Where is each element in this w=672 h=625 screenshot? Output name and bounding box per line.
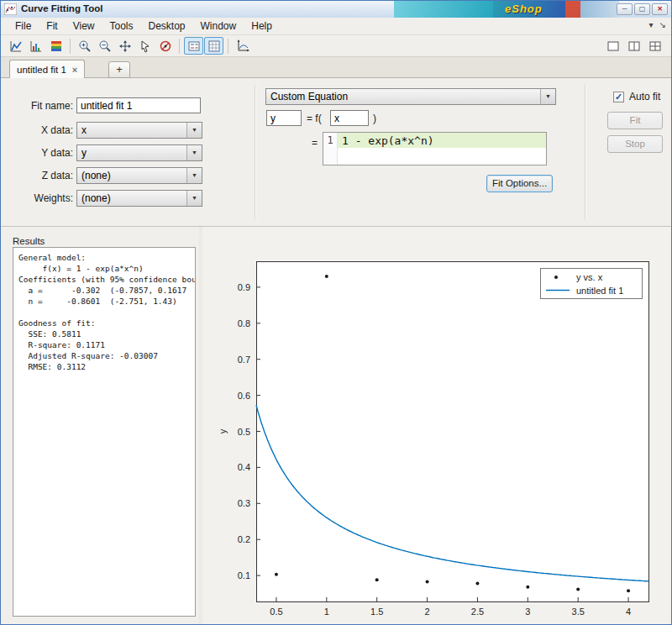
- window-title: Curve Fitting Tool: [21, 3, 103, 13]
- equals-label: =: [312, 137, 318, 149]
- fit-button[interactable]: Fit: [607, 112, 663, 129]
- svg-text:0.1: 0.1: [238, 570, 250, 580]
- app-icon: [4, 3, 17, 18]
- z-data-value: (none): [81, 170, 111, 181]
- zoom-in-icon[interactable]: [75, 37, 94, 55]
- plot-icon[interactable]: [6, 37, 25, 55]
- z-data-label: Z data:: [6, 170, 73, 181]
- svg-text:y vs. x: y vs. x: [576, 272, 603, 282]
- menu-item-tools[interactable]: Tools: [102, 18, 140, 34]
- svg-text:3.5: 3.5: [572, 607, 585, 617]
- y-data-dropdown[interactable]: y ▼: [76, 144, 202, 161]
- chevron-down-icon: ▼: [540, 89, 555, 104]
- data-point: [325, 275, 328, 278]
- svg-text:0.9: 0.9: [238, 282, 250, 292]
- svg-text:0.3: 0.3: [238, 498, 250, 508]
- auto-fit-checkbox[interactable]: ✓: [613, 92, 624, 102]
- zoom-out-icon[interactable]: [95, 37, 114, 55]
- plot-canvas[interactable]: 0.511.522.533.540.10.20.30.40.50.60.70.8…: [202, 227, 672, 625]
- close-button[interactable]: ✕: [652, 3, 668, 15]
- z-data-dropdown[interactable]: (none) ▼: [76, 167, 202, 184]
- toolbar-separator: [70, 39, 71, 54]
- data-point: [576, 587, 580, 591]
- svg-text:1: 1: [324, 607, 329, 617]
- menu-item-desktop[interactable]: Desktop: [141, 18, 193, 34]
- weights-dropdown[interactable]: (none) ▼: [76, 190, 202, 207]
- minimize-button[interactable]: ─: [617, 3, 633, 15]
- svg-text:0.6: 0.6: [238, 391, 250, 401]
- tab-label: untitled fit 1: [17, 65, 66, 75]
- data-point: [426, 580, 429, 583]
- data-cursor-icon[interactable]: [135, 37, 155, 55]
- results-line: a = -0.302 (-0.7857, 0.1617: [18, 285, 190, 296]
- results-line: Coefficients (with 95% confidence bounds: [18, 274, 190, 285]
- svg-text:y: y: [218, 428, 228, 433]
- plot-panel: 0.511.522.533.540.10.20.30.40.50.60.70.8…: [202, 227, 672, 625]
- fit-type-value: Custom Equation: [270, 91, 348, 102]
- dependent-variable-input[interactable]: [266, 110, 302, 126]
- data-point: [275, 573, 278, 576]
- results-line: Adjusted R-square: -0.03007: [18, 350, 190, 361]
- contour-icon[interactable]: [46, 37, 66, 55]
- layout-single-icon[interactable]: [603, 37, 622, 55]
- equals-f-label: = f(: [307, 113, 322, 124]
- svg-text:0.5: 0.5: [238, 427, 250, 437]
- legend-icon[interactable]: [184, 37, 203, 55]
- desktop-background-text: eShop: [505, 3, 543, 15]
- independent-variable-input[interactable]: [330, 110, 369, 126]
- menu-item-view[interactable]: View: [66, 18, 102, 34]
- svg-text:0.4: 0.4: [238, 462, 250, 472]
- x-data-value: x: [81, 124, 87, 136]
- fit-type-dropdown[interactable]: Custom Equation ▼: [265, 88, 556, 105]
- data-point: [526, 586, 529, 589]
- menu-item-file[interactable]: File: [8, 18, 39, 34]
- x-data-label: X data:: [6, 124, 73, 136]
- add-fit-tab-button[interactable]: +: [108, 61, 130, 78]
- layout-grid-icon[interactable]: [645, 37, 664, 55]
- maximize-button[interactable]: ▢: [634, 3, 650, 15]
- results-line: n = -0.8601 (-2.751, 1.43): [18, 296, 190, 307]
- tab-untitled-fit-1[interactable]: untitled fit 1 ×: [9, 60, 85, 78]
- results-box[interactable]: General model: f(x) = 1 - exp(a*x^n)Coef…: [13, 247, 196, 617]
- pan-icon[interactable]: [115, 37, 134, 55]
- fit-settings-panel: Fit name: X data: x ▼ Y data: y ▼ Z data…: [1, 78, 671, 227]
- tab-bar: untitled fit 1 × +: [1, 57, 671, 78]
- data-point: [627, 589, 630, 592]
- menu-bar: FileFitViewToolsDesktopWindowHelp ▾↘: [1, 18, 671, 35]
- y-data-label: Y data:: [6, 147, 73, 159]
- results-title: Results: [13, 236, 45, 246]
- fit-options-button[interactable]: Fit Options...: [486, 175, 553, 192]
- data-point: [475, 582, 479, 586]
- stop-button[interactable]: Stop: [607, 135, 663, 153]
- tab-close-icon[interactable]: ×: [72, 65, 77, 75]
- titlebar-background-decor: [580, 1, 619, 18]
- menu-item-help[interactable]: Help: [244, 18, 280, 34]
- fit-name-label: Fit name:: [6, 100, 73, 112]
- svg-text:2: 2: [425, 607, 430, 617]
- results-line: RMSE: 0.3112: [18, 361, 190, 372]
- chevron-down-icon[interactable]: ▾: [649, 20, 654, 29]
- data-point: [375, 578, 379, 581]
- menu-items: FileFitViewToolsDesktopWindowHelp: [8, 18, 280, 34]
- results-line: Goodness of fit:: [18, 318, 190, 328]
- menu-item-window[interactable]: Window: [193, 18, 244, 34]
- grid-icon[interactable]: [204, 37, 223, 55]
- axes-limits-icon[interactable]: [233, 37, 252, 55]
- fit-name-input[interactable]: [76, 97, 201, 113]
- chevron-down-icon: ▼: [186, 168, 202, 183]
- results-line: SSE: 0.5811: [18, 328, 190, 339]
- svg-text:0.8: 0.8: [238, 318, 250, 328]
- svg-text:untitled fit 1: untitled fit 1: [576, 286, 623, 296]
- svg-text:0.2: 0.2: [238, 534, 250, 544]
- results-line: R-square: 0.1171: [18, 339, 190, 350]
- chevron-down-icon: ▼: [186, 123, 202, 138]
- svg-text:0.5: 0.5: [270, 607, 282, 617]
- exclude-outliers-icon[interactable]: [155, 37, 175, 55]
- x-data-dropdown[interactable]: x ▼: [76, 122, 202, 139]
- layout-split-icon[interactable]: [624, 37, 643, 55]
- residuals-icon[interactable]: [26, 37, 45, 55]
- title-bar[interactable]: eShop Curve Fitting Tool ─ ▢ ✕: [1, 1, 671, 18]
- equation-editor[interactable]: 1 1 - exp(a*x^n): [323, 132, 547, 165]
- menu-item-fit[interactable]: Fit: [39, 18, 65, 34]
- dock-icon[interactable]: ↘: [659, 20, 666, 29]
